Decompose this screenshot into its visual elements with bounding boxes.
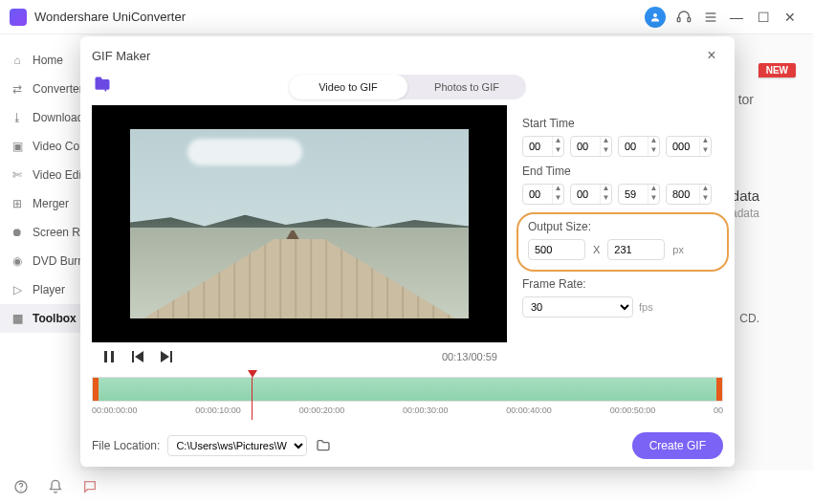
timeline-handle-start[interactable] [93,378,99,401]
start-hours-input[interactable] [523,141,552,152]
sidebar-label: Player [33,283,65,296]
sidebar-item-editor[interactable]: ✄Video Editor [0,161,80,189]
add-file-button[interactable] [92,75,113,96]
disc-icon: ◉ [10,253,25,269]
sidebar-item-dvd[interactable]: ◉DVD Burner [0,247,80,275]
fps-unit: fps [639,301,653,313]
end-minutes-stepper[interactable]: ▲▼ [570,184,612,205]
sidebar-item-recorder[interactable]: ⏺Screen Recorder [0,218,80,247]
tick-label: 00 [714,405,723,421]
down-arrow-icon[interactable]: ▼ [648,194,659,204]
file-location-label: File Location: [92,439,160,452]
start-minutes-input[interactable] [571,141,600,152]
sidebar-item-merger[interactable]: ⊞Merger [0,189,80,218]
svg-point-7 [20,490,21,491]
svg-rect-9 [102,87,109,89]
svg-rect-10 [104,351,107,362]
sidebar-item-downloader[interactable]: ⭳Downloader [0,103,80,132]
size-x-separator: X [593,244,600,255]
create-gif-button[interactable]: Create GIF [632,432,723,459]
sidebar-item-player[interactable]: ▷Player [0,275,80,304]
timeline[interactable] [92,377,723,402]
end-minutes-input[interactable] [571,188,600,200]
output-size-highlight: Output Size: X px [516,212,729,272]
window-close-button[interactable]: ✕ [777,10,803,25]
playhead-line [252,378,253,420]
down-arrow-icon[interactable]: ▼ [700,194,711,204]
modal-close-button[interactable]: × [700,44,723,67]
app-title: Wondershare UniConverter [34,10,186,24]
bg-metadata-title: data [732,187,759,204]
hamburger-menu-icon[interactable] [698,5,723,30]
svg-point-0 [653,13,657,17]
timeline-selection [95,378,720,401]
down-arrow-icon[interactable]: ▼ [553,194,563,204]
prev-frame-button[interactable] [130,349,145,364]
tick-label: 00:00:30:00 [403,405,449,421]
start-hours-stepper[interactable]: ▲▼ [522,136,564,157]
scissors-icon: ✄ [10,167,25,183]
tab-video-to-gif[interactable]: Video to GIF [289,75,407,99]
support-headset-icon[interactable] [671,5,696,30]
end-hours-stepper[interactable]: ▲▼ [522,184,564,205]
sidebar-label: DVD Burner [33,254,80,268]
new-badge: NEW [758,63,796,77]
sidebar-label: Converter [33,82,80,96]
window-maximize-button[interactable]: ☐ [750,10,777,25]
down-arrow-icon[interactable]: ▼ [648,146,659,156]
start-minutes-stepper[interactable]: ▲▼ [570,136,612,157]
output-height-input[interactable] [607,239,665,260]
bg-text-fragment: tor [738,92,754,107]
mode-segmented-control: Video to GIF Photos to GIF [289,75,526,99]
next-frame-button[interactable] [159,349,174,364]
tab-photos-to-gif[interactable]: Photos to GIF [407,75,526,99]
tick-label: 00:00:50:00 [610,405,656,421]
open-folder-button[interactable] [315,438,332,453]
sidebar-label: Toolbox [33,312,77,325]
end-ms-stepper[interactable]: ▲▼ [666,184,712,205]
down-arrow-icon[interactable]: ▼ [601,146,611,156]
sidebar-label: Downloader [33,111,80,124]
svg-marker-14 [161,351,169,362]
sidebar-item-compressor[interactable]: ▣Video Compressor [0,132,80,161]
toolbox-icon: ▦ [10,311,25,326]
gif-maker-modal: GIF Maker × Video to GIF Photos to GIF 0… [80,36,735,467]
feedback-icon[interactable] [80,477,99,496]
merge-icon: ⊞ [10,196,25,211]
frame-rate-select[interactable]: 30 [522,296,633,318]
window-minimize-button[interactable]: — [723,10,750,25]
end-time-label: End Time [522,164,723,178]
pause-button[interactable] [101,349,117,364]
help-icon[interactable] [11,477,31,496]
bell-icon[interactable] [46,477,65,496]
end-ms-input[interactable] [667,188,699,200]
frame-rate-label: Frame Rate: [522,277,723,291]
end-seconds-stepper[interactable]: ▲▼ [618,184,660,205]
sidebar-item-home[interactable]: ⌂Home [0,46,80,75]
down-arrow-icon[interactable]: ▼ [601,194,611,204]
playhead-marker-icon[interactable] [248,370,257,378]
start-ms-stepper[interactable]: ▲▼ [666,136,712,157]
user-avatar-icon[interactable] [645,7,666,28]
down-arrow-icon[interactable]: ▼ [700,146,711,156]
down-arrow-icon[interactable]: ▼ [553,146,563,156]
svg-rect-15 [170,351,172,362]
end-seconds-input[interactable] [619,188,648,200]
start-ms-input[interactable] [667,141,699,152]
sidebar-label: Video Compressor [33,140,80,153]
sidebar-item-converter[interactable]: ⇄Converter [0,75,80,103]
output-size-label: Output Size: [528,220,717,233]
tick-label: 00:00:20:00 [299,405,345,421]
start-seconds-input[interactable] [619,141,648,152]
file-location-select[interactable]: C:\Users\ws\Pictures\Wonders [167,435,307,456]
start-seconds-stepper[interactable]: ▲▼ [618,136,660,157]
svg-rect-12 [132,351,134,362]
timeline-ticks: 00:00:00:00 00:00:10:00 00:00:20:00 00:0… [92,402,723,421]
timeline-handle-end[interactable] [716,378,722,401]
sidebar-item-toolbox[interactable]: ▦Toolbox [0,304,80,333]
video-preview[interactable] [92,105,507,342]
end-hours-input[interactable] [523,188,552,200]
playback-time: 00:13/00:59 [442,351,497,362]
output-width-input[interactable] [528,239,585,260]
sidebar-label: Video Editor [33,168,80,182]
